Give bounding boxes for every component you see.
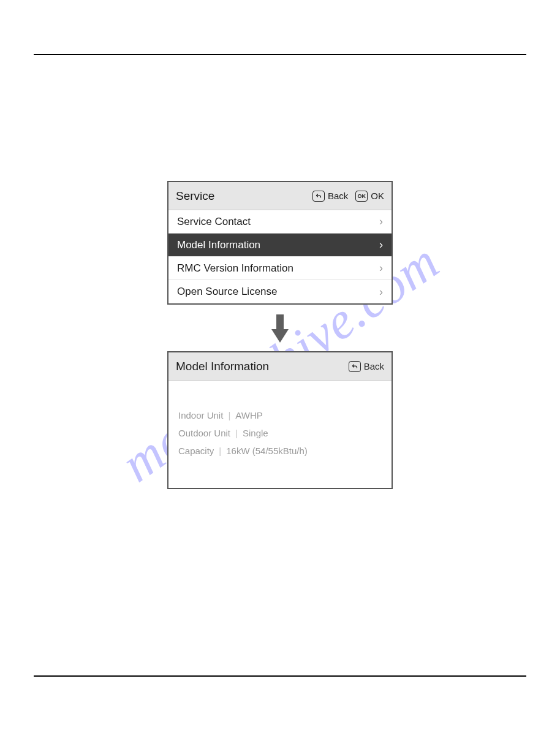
svg-rect-0 [276, 314, 284, 329]
bottom-rule [34, 675, 526, 677]
back-icon [349, 361, 361, 372]
back-button[interactable]: Back [312, 191, 348, 202]
kv-key: Indoor Unit [178, 410, 223, 420]
top-rule [34, 54, 526, 55]
model-info-header: Model Information Back [168, 352, 392, 381]
arrow-down-icon [268, 313, 292, 345]
back-button-label: Back [328, 191, 348, 201]
detail-back-button[interactable]: Back [349, 361, 384, 372]
kv-key: Outdoor Unit [178, 428, 230, 438]
kv-separator: | [235, 428, 238, 438]
ok-button[interactable]: OK OK [355, 191, 384, 202]
menu-item-service-contact[interactable]: Service Contact › [168, 210, 392, 234]
ok-button-label: OK [371, 191, 384, 201]
chevron-right-icon: › [379, 262, 383, 275]
kv-key: Capacity [178, 446, 214, 456]
chevron-right-icon: › [379, 238, 383, 251]
model-info-body: Indoor Unit | AWHP Outdoor Unit | Single… [168, 381, 392, 488]
ok-icon: OK [355, 191, 368, 202]
service-panel: Service Back OK OK Service Contact › [167, 181, 393, 305]
menu-item-rmc-version[interactable]: RMC Version Information › [168, 257, 392, 280]
kv-separator: | [228, 410, 230, 420]
back-icon [312, 191, 325, 202]
model-info-panel: Model Information Back Indoor Unit | AWH… [167, 351, 393, 489]
detail-back-button-label: Back [364, 361, 384, 371]
service-panel-title: Service [176, 189, 214, 203]
menu-item-label: RMC Version Information [177, 262, 379, 275]
kv-value: Single [243, 428, 268, 438]
kv-capacity: Capacity | 16kW (54/55kBtu/h) [178, 446, 382, 456]
model-info-title: Model Information [176, 360, 269, 373]
chevron-right-icon: › [379, 215, 383, 228]
kv-indoor-unit: Indoor Unit | AWHP [178, 410, 382, 420]
kv-value: AWHP [235, 410, 262, 420]
page: manualshive.com Service Back OK OK [0, 0, 560, 730]
menu-item-open-source-license[interactable]: Open Source License › [168, 280, 392, 303]
panels-container: Service Back OK OK Service Contact › [0, 181, 560, 489]
menu-item-label: Open Source License [177, 286, 379, 298]
kv-outdoor-unit: Outdoor Unit | Single [178, 428, 382, 438]
service-panel-header: Service Back OK OK [168, 182, 392, 210]
menu-item-model-information[interactable]: Model Information › [168, 234, 392, 257]
service-menu: Service Contact › Model Information › RM… [168, 210, 392, 303]
kv-separator: | [219, 446, 221, 456]
menu-item-label: Model Information [177, 239, 379, 251]
menu-item-label: Service Contact [177, 216, 379, 228]
chevron-right-icon: › [379, 286, 383, 298]
svg-marker-1 [271, 329, 289, 343]
kv-value: 16kW (54/55kBtu/h) [226, 446, 308, 456]
